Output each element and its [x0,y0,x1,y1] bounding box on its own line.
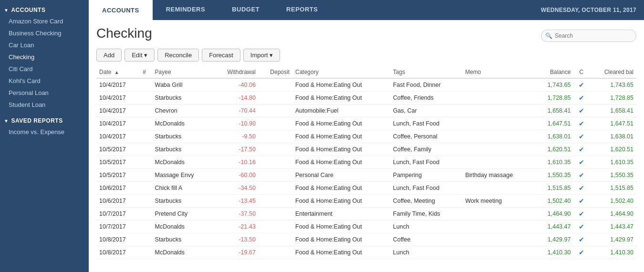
sidebar-item-personal-loan[interactable]: Personal Loan [0,87,89,99]
col-category[interactable]: Category [292,66,390,78]
sidebar-item-income-vs.-expense[interactable]: Income vs. Expense [0,126,89,138]
col-num[interactable]: # [140,66,152,78]
table-row[interactable]: 10/6/2017Chick fill A-34.50Food & Home:E… [96,182,636,195]
transactions-table: Date ▲ # Payee Withdrawal Deposit Catego… [96,66,636,259]
table-row[interactable]: 10/4/2017Chevron-70.44Automobile:FuelGas… [96,105,636,117]
page-content: Checking 🔍 Add Edit ▾ Reconcile Forecast… [89,20,644,272]
col-cleared-balance[interactable]: Cleared bal [589,66,636,78]
table-row[interactable]: 10/5/2017Starbucks-17.50Food & Home:Eati… [96,143,636,156]
nav-tab-accounts[interactable]: ACCOUNTS [89,0,153,20]
table-row[interactable]: 10/8/2017McDonalds-19.67Food & Home:Eati… [96,246,636,259]
transactions-table-wrapper: Date ▲ # Payee Withdrawal Deposit Catego… [96,66,636,272]
search-input[interactable] [541,30,636,42]
sidebar-item-amazon-store-card[interactable]: Amazon Store Card [0,15,89,27]
col-withdrawal[interactable]: Withdrawal [212,66,258,78]
accounts-section-label: ACCOUNTS [11,7,45,13]
sidebar-item-checking[interactable]: Checking [0,51,89,63]
nav-tabs: ACCOUNTSREMINDERSBUDGETREPORTS [89,0,331,20]
sidebar-accounts-list: Amazon Store CardBusiness CheckingCar Lo… [0,15,89,111]
forecast-button[interactable]: Forecast [202,49,240,62]
col-balance[interactable]: Balance [535,66,574,78]
current-date: WEDNESDAY, OCTOBER 11, 2017 [541,0,644,20]
search-icon: 🔍 [545,32,552,39]
nav-tab-reminders[interactable]: REMINDERS [153,0,219,20]
col-cleared[interactable]: C [573,66,589,78]
add-button[interactable]: Add [96,49,122,62]
saved-reports-section-label: SAVED REPORTS [11,117,62,124]
accounts-section-header[interactable]: ▼ ACCOUNTS [0,4,89,15]
sidebar-saved-reports-list: Income vs. Expense [0,126,89,138]
edit-button[interactable]: Edit ▾ [125,49,155,62]
table-row[interactable]: 10/5/2017Massage Envy-60.00Personal Care… [96,169,636,182]
top-navigation: ACCOUNTSREMINDERSBUDGETREPORTS WEDNESDAY… [89,0,644,20]
toolbar: Add Edit ▾ Reconcile Forecast Import ▾ [96,49,636,62]
table-row[interactable]: 10/4/2017Starbucks-9.50Food & Home:Eatin… [96,130,636,143]
sidebar-item-kohl's-card[interactable]: Kohl's Card [0,75,89,87]
table-row[interactable]: 10/4/2017Waba Grill-40.06Food & Home:Eat… [96,78,636,92]
table-row[interactable]: 10/6/2017Starbucks-13.45Food & Home:Eati… [96,195,636,208]
table-body: 10/4/2017Waba Grill-40.06Food & Home:Eat… [96,78,636,259]
table-row[interactable]: 10/4/2017Starbucks-14.80Food & Home:Eati… [96,92,636,105]
sidebar-item-student-loan[interactable]: Student Loan [0,99,89,111]
table-row[interactable]: 10/5/2017McDonalds-10.16Food & Home:Eati… [96,156,636,169]
sidebar: ▼ ACCOUNTS Amazon Store CardBusiness Che… [0,0,89,272]
accounts-arrow-icon: ▼ [4,8,9,13]
nav-tab-reports[interactable]: REPORTS [273,0,331,20]
nav-tab-budget[interactable]: BUDGET [218,0,273,20]
col-payee[interactable]: Payee [152,66,213,78]
sidebar-item-car-loan[interactable]: Car Loan [0,39,89,51]
table-row[interactable]: 10/8/2017Starbucks-13.50Food & Home:Eati… [96,233,636,246]
reconcile-button[interactable]: Reconcile [157,49,199,62]
col-memo[interactable]: Memo [462,66,534,78]
table-row[interactable]: 10/7/2017McDonalds-21.43Food & Home:Eati… [96,220,636,233]
saved-reports-arrow-icon: ▼ [4,118,9,124]
sidebar-item-citi-card[interactable]: Citi Card [0,63,89,75]
table-row[interactable]: 10/7/2017Pretend City-37.50Entertainment… [96,208,636,220]
table-row[interactable]: 10/4/2017McDonalds-10.90Food & Home:Eati… [96,117,636,130]
sidebar-item-business-checking[interactable]: Business Checking [0,27,89,39]
main-content: ACCOUNTSREMINDERSBUDGETREPORTS WEDNESDAY… [89,0,644,272]
col-date[interactable]: Date ▲ [96,66,140,78]
saved-reports-section-header[interactable]: ▼ SAVED REPORTS [0,115,89,126]
col-deposit[interactable]: Deposit [259,66,292,78]
page-title: Checking [96,26,152,41]
col-tags[interactable]: Tags [390,66,462,78]
search-box: 🔍 [541,30,636,42]
import-button[interactable]: Import ▾ [243,49,280,62]
table-header-row: Date ▲ # Payee Withdrawal Deposit Catego… [96,66,636,78]
